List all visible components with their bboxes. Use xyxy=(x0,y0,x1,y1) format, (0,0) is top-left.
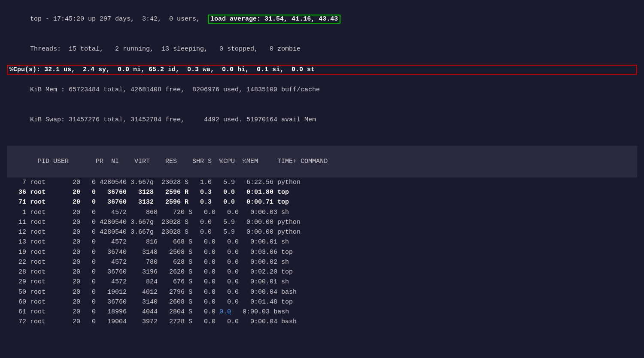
row-pre-13: 61 root 20 0 18996 4044 2804 S 0.0 xyxy=(7,308,219,316)
threads-text: Threads: 15 total, 2 running, 13 sleepin… xyxy=(30,45,301,53)
table-row: 7 root 20 0 4280540 3.667g 23028 S 1.0 5… xyxy=(7,177,637,187)
top-line-pre: top - 17:45:20 up 297 days, 3:42, 0 user… xyxy=(30,15,208,23)
table-row: 13 root 20 0 4572 816 668 S 0.0 0.0 0:00… xyxy=(7,237,637,247)
table-row: 12 root 20 0 4280540 3.667g 23028 S 0.0 … xyxy=(7,227,637,237)
mem-text: KiB Mem : 65723484 total, 42681408 free,… xyxy=(30,86,320,93)
table-row: 29 root 20 0 4572 824 676 S 0.0 0.0 0:00… xyxy=(7,277,637,287)
process-table: PID USER PR NI VIRT RES SHR S %CPU %MEM … xyxy=(7,146,637,327)
blue-mem-13: 0.0 xyxy=(219,308,231,316)
table-row: 11 root 20 0 4280540 3.667g 23028 S 0.0 … xyxy=(7,217,637,227)
table-body: 7 root 20 0 4280540 3.667g 23028 S 1.0 5… xyxy=(7,177,637,327)
table-row: 71 root 20 0 36760 3132 2596 R 0.3 0.0 0… xyxy=(7,197,637,207)
table-header-text: PID USER PR NI VIRT RES SHR S %CPU %MEM … xyxy=(30,158,328,165)
table-header-row: PID USER PR NI VIRT RES SHR S %CPU %MEM … xyxy=(7,146,637,177)
cpu-line-wrapper: %Cpu(s): 32.1 us, 2.4 sy, 0.0 ni, 65.2 i… xyxy=(7,65,637,75)
threads-line: Threads: 15 total, 2 running, 13 sleepin… xyxy=(7,34,637,64)
table-row: 60 root 20 0 36760 3140 2608 S 0.0 0.0 0… xyxy=(7,297,637,307)
cpu-line: %Cpu(s): 32.1 us, 2.4 sy, 0.0 ni, 65.2 i… xyxy=(7,65,637,75)
table-row: 61 root 20 0 18996 4044 2804 S 0.0 0.0 0… xyxy=(7,307,637,317)
top-line: top - 17:45:20 up 297 days, 3:42, 0 user… xyxy=(7,4,637,34)
terminal-window: top - 17:45:20 up 297 days, 3:42, 0 user… xyxy=(7,4,637,327)
table-row: 19 root 20 0 36740 3148 2508 S 0.0 0.0 0… xyxy=(7,247,637,257)
table-row: 72 root 20 0 19004 3972 2728 S 0.0 0.0 0… xyxy=(7,317,637,327)
table-row: 22 root 20 0 4572 780 628 S 0.0 0.0 0:00… xyxy=(7,257,637,267)
table-row: 36 root 20 0 36760 3128 2596 R 0.3 0.0 0… xyxy=(7,187,637,197)
header-section: top - 17:45:20 up 297 days, 3:42, 0 user… xyxy=(7,4,637,135)
table-row: 28 root 20 0 36760 3196 2620 S 0.0 0.0 0… xyxy=(7,267,637,277)
table-row: 1 root 20 0 4572 868 720 S 0.0 0.0 0:00.… xyxy=(7,208,637,217)
mem-line: KiB Mem : 65723484 total, 42681408 free,… xyxy=(7,75,637,105)
load-average-highlight: load average: 31.54, 41.16, 43.43 xyxy=(208,15,340,24)
table-row: 50 root 20 0 19012 4012 2796 S 0.0 0.0 0… xyxy=(7,287,637,297)
row-post-13: 0:00.03 bash xyxy=(231,308,289,316)
spacer xyxy=(7,135,637,140)
swap-line: KiB Swap: 31457276 total, 31452784 free,… xyxy=(7,105,637,135)
swap-text: KiB Swap: 31457276 total, 31452784 free,… xyxy=(30,116,316,123)
